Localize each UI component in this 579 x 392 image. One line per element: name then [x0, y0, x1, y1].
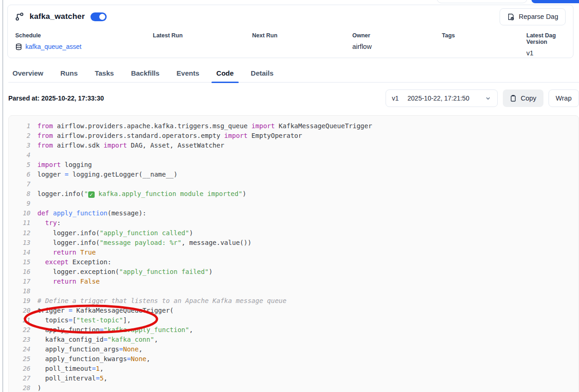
line-number: 22 — [9, 325, 30, 335]
code-line: 8logger.info("✓ kafka.apply_function mod… — [9, 189, 579, 199]
code-line: 19# Define a trigger that listens to an … — [9, 296, 579, 306]
line-number: 5 — [9, 160, 30, 170]
code-line: 5import logging — [9, 160, 579, 170]
code-line: 25 apply_function_kwargs=None, — [9, 354, 579, 364]
code-line: 18 — [9, 286, 579, 296]
tab-runs[interactable]: Runs — [60, 65, 79, 82]
line-number: 27 — [9, 374, 30, 383]
stat-schedule: Schedule kafka_queue_asset — [15, 32, 153, 57]
code-line: 4 — [9, 150, 579, 160]
code-line: 13 logger.info("message payload: %r", me… — [9, 238, 579, 248]
stat-latest-run: Latest Run — [153, 32, 252, 57]
asset-database-icon — [15, 43, 22, 50]
line-number: 9 — [9, 199, 30, 208]
stat-tags: Tags — [442, 32, 526, 57]
code-line: 7 — [9, 179, 579, 189]
line-number: 21 — [9, 315, 30, 325]
code-line: 9 — [9, 199, 579, 208]
code-line: 27 poll_interval=5, — [9, 374, 579, 383]
version-value: v1 — [392, 95, 399, 102]
code-line: 3from airflow.sdk import DAG, Asset, Ass… — [9, 141, 579, 150]
line-number: 10 — [9, 208, 30, 218]
line-number: 17 — [9, 277, 30, 286]
code-line: 1from airflow.providers.apache.kafka.tri… — [9, 121, 579, 131]
search-input-fragment[interactable] — [437, 0, 527, 3]
dag-stats-row: Schedule kafka_queue_asset Latest Run Ne… — [15, 32, 566, 57]
reparse-icon — [507, 13, 515, 21]
line-number: 18 — [9, 286, 30, 296]
line-number: 15 — [9, 257, 30, 267]
version-timestamp: 2025-10-22, 17:21:50 — [408, 95, 470, 102]
line-number: 19 — [9, 296, 30, 306]
tab-code[interactable]: Code — [216, 65, 235, 82]
code-line: 23 kafka_config_id="kafka_conn", — [9, 335, 579, 344]
code-line: 28) — [9, 383, 579, 392]
line-number: 7 — [9, 179, 30, 189]
tab-tasks[interactable]: Tasks — [94, 65, 115, 82]
dag-tabs: OverviewRunsTasksBackfillsEventsCodeDeta… — [8, 65, 579, 83]
line-number: 16 — [9, 267, 30, 277]
code-line: 10def apply_function(message): — [9, 208, 579, 218]
line-number: 2 — [9, 131, 30, 141]
dag-source-code: 1from airflow.providers.apache.kafka.tri… — [8, 115, 579, 392]
line-number: 20 — [9, 306, 30, 315]
code-line: 26 poll_timeout=1, — [9, 364, 579, 374]
schedule-asset-link[interactable]: kafka_queue_asset — [25, 43, 81, 50]
code-line: 22 apply_function="kafka.apply_function"… — [9, 325, 579, 335]
code-line: 2from airflow.providers.standard.operato… — [9, 131, 579, 141]
tab-backfills[interactable]: Backfills — [130, 65, 161, 82]
dag-header-card: kafka_watcher Reparse Dag Schedule — [7, 5, 573, 58]
dag-pause-toggle[interactable] — [90, 12, 107, 21]
line-number: 6 — [9, 170, 30, 179]
parsed-at-text: Parsed at: 2025-10-22, 17:33:30 — [8, 95, 104, 102]
line-number: 24 — [9, 344, 30, 354]
line-number: 26 — [9, 364, 30, 374]
code-toolbar: Parsed at: 2025-10-22, 17:33:30 v1 2025-… — [8, 89, 579, 107]
clipboard-icon — [510, 95, 517, 102]
code-line: 24 apply_function_args=None, — [9, 344, 579, 354]
line-number: 23 — [9, 335, 30, 344]
line-number: 1 — [9, 121, 30, 131]
wrap-button[interactable]: Wrap — [549, 89, 579, 107]
line-number: 4 — [9, 150, 30, 160]
primary-button-fragment[interactable] — [531, 0, 579, 3]
line-number: 13 — [9, 238, 30, 248]
chevron-down-icon — [485, 95, 491, 101]
code-line: 6logger = logging.getLogger(__name__) — [9, 170, 579, 179]
line-number: 28 — [9, 383, 30, 392]
copy-button[interactable]: Copy — [503, 89, 543, 107]
dag-icon — [15, 12, 25, 22]
code-line: 17 return False — [9, 277, 579, 286]
line-number: 8 — [9, 189, 30, 199]
tab-overview[interactable]: Overview — [12, 65, 44, 82]
line-number: 3 — [9, 141, 30, 150]
code-line: 12 logger.info("apply_function called") — [9, 228, 579, 238]
panel-divider — [2, 0, 3, 392]
stat-latest-dag-version: Latest Dag Version v1 — [526, 32, 566, 57]
code-line: 16 logger.exception("apply_function fail… — [9, 267, 579, 277]
code-line: 11 try: — [9, 218, 579, 228]
reparse-dag-button[interactable]: Reparse Dag — [500, 8, 566, 25]
dag-title: kafka_watcher — [30, 12, 85, 21]
code-line: 14 return True — [9, 248, 579, 257]
line-number: 11 — [9, 218, 30, 228]
stat-owner: Owner airflow — [352, 32, 442, 57]
dag-version-select[interactable]: v1 2025-10-22, 17:21:50 — [386, 89, 498, 107]
line-number: 25 — [9, 354, 30, 364]
code-line: 20trigger = KafkaMessageQueueTrigger( — [9, 306, 579, 315]
code-line: 15 except Exception: — [9, 257, 579, 267]
line-number: 12 — [9, 228, 30, 238]
code-line: 21 topics=["test-topic"], — [9, 315, 579, 325]
stat-next-run: Next Run — [252, 32, 352, 57]
tab-events[interactable]: Events — [175, 65, 200, 82]
tab-details[interactable]: Details — [250, 65, 274, 82]
line-number: 14 — [9, 248, 30, 257]
